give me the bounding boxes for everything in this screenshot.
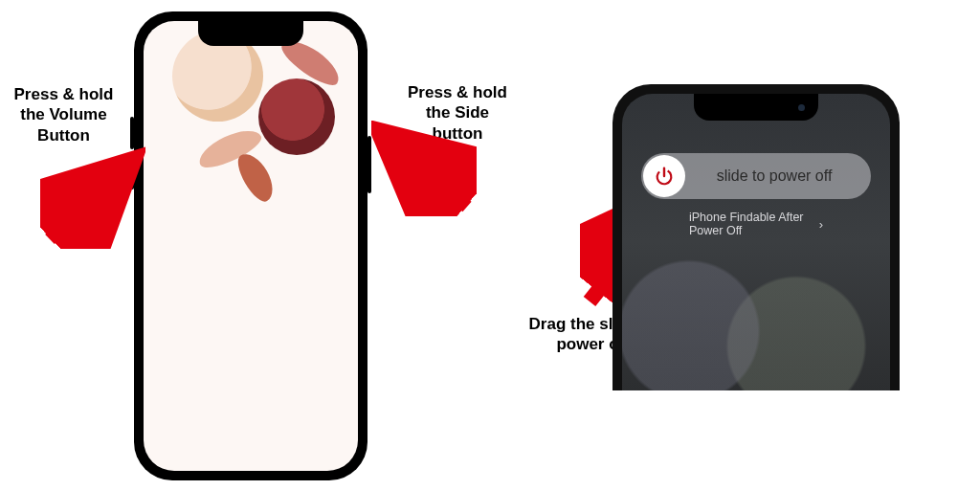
- phone-right: slide to power off iPhone Findable After…: [612, 84, 900, 390]
- power-icon: [654, 166, 675, 187]
- power-off-slider[interactable]: slide to power off: [641, 153, 871, 199]
- wallpaper-leaf: [232, 148, 279, 207]
- phone-left-screen: [144, 21, 358, 471]
- power-off-screen: slide to power off iPhone Findable After…: [622, 94, 890, 390]
- camera-dot-icon: [798, 104, 805, 111]
- findable-link[interactable]: iPhone Findable After Power Off ›: [689, 211, 823, 237]
- annotation-volume: Press & hold the Volume Button: [4, 84, 123, 145]
- wallpaper-flower: [258, 78, 335, 155]
- side-button[interactable]: [368, 136, 371, 193]
- volume-down-button[interactable]: [130, 157, 134, 189]
- svg-line-1: [385, 136, 467, 207]
- power-off-knob[interactable]: [643, 155, 685, 197]
- notch: [694, 94, 818, 121]
- notch: [198, 21, 303, 46]
- svg-line-0: [50, 165, 128, 239]
- chevron-right-icon: ›: [819, 217, 823, 232]
- volume-up-button[interactable]: [130, 117, 134, 149]
- annotation-side: Press & hold the Side button: [400, 82, 515, 144]
- power-off-label: slide to power off: [687, 167, 871, 185]
- phone-left: [134, 11, 368, 480]
- findable-label: iPhone Findable After Power Off: [689, 211, 815, 237]
